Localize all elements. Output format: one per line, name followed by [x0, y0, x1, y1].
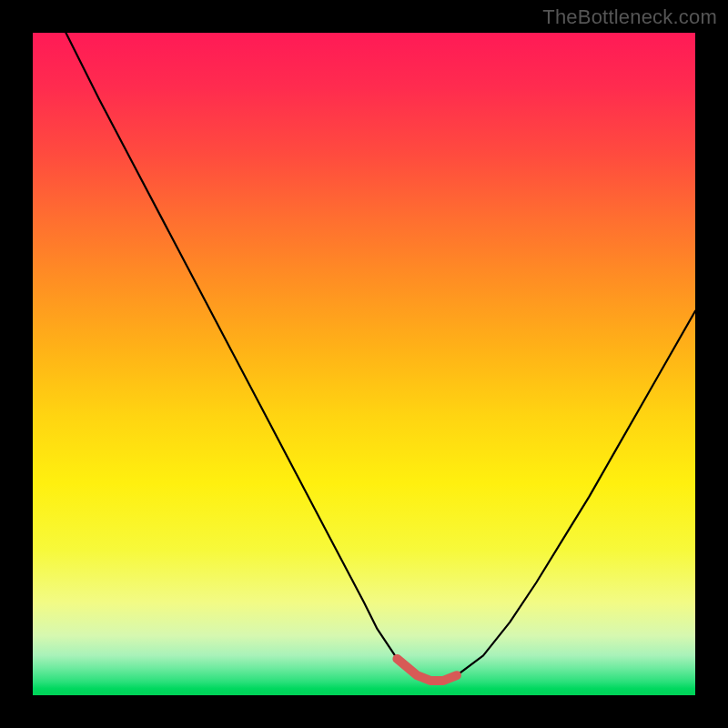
watermark-text: TheBottleneck.com: [542, 5, 717, 29]
bottleneck-curve: [33, 0, 695, 681]
chart-svg: [33, 33, 695, 695]
min-plateau-highlight: [397, 659, 457, 681]
chart-frame: TheBottleneck.com: [0, 0, 728, 728]
